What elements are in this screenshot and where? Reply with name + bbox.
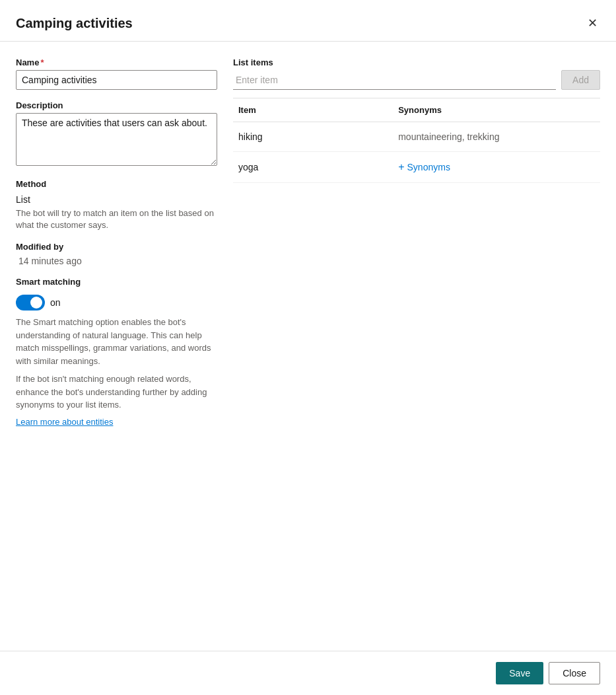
- name-label: Name *: [16, 57, 217, 67]
- learn-more-link[interactable]: Learn more about entities: [16, 417, 113, 427]
- modified-section: Modified by 14 minutes ago: [16, 242, 217, 266]
- table-row: yoga + Synonyms: [233, 152, 600, 183]
- dialog: Camping activities ✕ Name * Description …: [0, 0, 616, 695]
- right-panel: List items Add Item Synonyms hiking moun…: [233, 57, 600, 635]
- x-icon: ✕: [588, 16, 598, 30]
- dialog-title: Camping activities: [16, 16, 133, 31]
- dialog-close-icon[interactable]: ✕: [585, 13, 600, 33]
- item-cell: yoga: [233, 162, 398, 172]
- col-synonyms-header: Synonyms: [398, 105, 600, 115]
- smart-matching-desc2: If the bot isn't matching enough related…: [16, 373, 217, 412]
- modified-label: Modified by: [16, 242, 217, 252]
- required-indicator: *: [40, 57, 44, 67]
- toggle-slider: [16, 295, 45, 311]
- description-label: Description: [16, 100, 217, 110]
- description-textarea[interactable]: These are activities that users can ask …: [16, 113, 217, 166]
- method-value: List: [16, 194, 217, 205]
- name-input[interactable]: [16, 70, 217, 90]
- toggle-row: on: [16, 295, 217, 311]
- synonyms-cell: mountaineering, trekking: [398, 131, 600, 142]
- table-row: hiking mountaineering, trekking: [233, 122, 600, 152]
- save-button[interactable]: Save: [496, 662, 543, 684]
- col-item-header: Item: [233, 105, 398, 115]
- dialog-header: Camping activities ✕: [0, 0, 616, 42]
- left-panel: Name * Description These are activities …: [16, 57, 217, 635]
- add-synonyms-button[interactable]: + Synonyms: [398, 161, 450, 173]
- modified-value: 14 minutes ago: [16, 256, 217, 266]
- plus-icon: +: [398, 161, 404, 173]
- enter-item-input[interactable]: [233, 71, 556, 90]
- add-synonyms-label: Synonyms: [407, 162, 450, 172]
- smart-matching-desc1: The Smart matching option enables the bo…: [16, 316, 217, 367]
- dialog-footer: Save Close: [0, 651, 616, 695]
- add-button[interactable]: Add: [561, 70, 600, 90]
- close-button[interactable]: Close: [549, 662, 600, 684]
- toggle-on-label: on: [50, 297, 61, 308]
- items-table: Item Synonyms hiking mountaineering, tre…: [233, 98, 600, 635]
- table-header-row: Item Synonyms: [233, 98, 600, 122]
- method-label: Method: [16, 179, 217, 189]
- method-section: Method List The bot will try to match an…: [16, 179, 217, 231]
- description-field-group: Description These are activities that us…: [16, 100, 217, 168]
- add-item-row: Add: [233, 70, 600, 90]
- dialog-body: Name * Description These are activities …: [0, 42, 616, 651]
- name-field-group: Name *: [16, 57, 217, 90]
- smart-matching-label: Smart matching: [16, 277, 217, 287]
- method-description: The bot will try to match an item on the…: [16, 207, 217, 231]
- synonyms-cell: + Synonyms: [398, 161, 600, 173]
- list-items-label: List items: [233, 57, 600, 67]
- list-items-header-group: List items Add: [233, 57, 600, 90]
- item-cell: hiking: [233, 131, 398, 142]
- smart-matching-toggle[interactable]: [16, 295, 45, 311]
- smart-matching-section: Smart matching on The Smart matching opt…: [16, 277, 217, 427]
